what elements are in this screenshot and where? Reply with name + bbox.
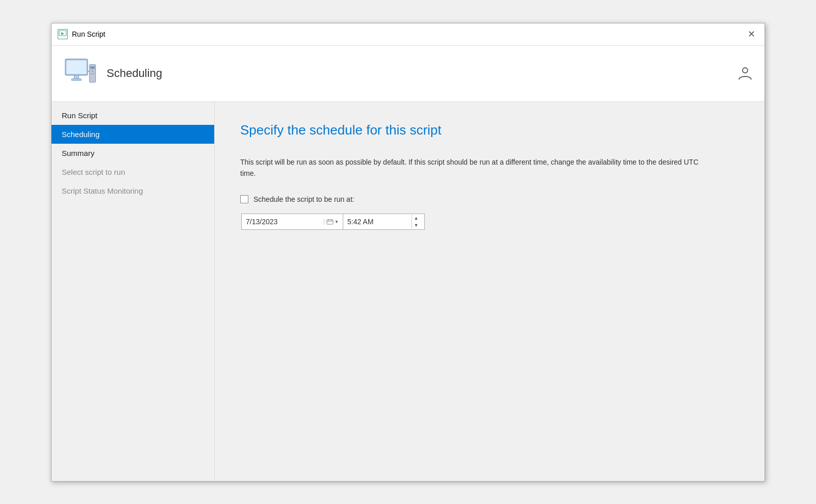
svg-rect-9: [90, 73, 95, 74]
header-title: Scheduling: [107, 67, 162, 80]
sidebar-item-scheduling[interactable]: Scheduling: [52, 125, 214, 144]
description-text: This script will be run as soon as possi…: [240, 156, 699, 179]
sidebar: Run Script Scheduling Summary Select scr…: [52, 102, 215, 481]
svg-rect-4: [74, 75, 79, 79]
date-value: 7/13/2023: [246, 218, 324, 226]
sidebar-item-run-script[interactable]: Run Script: [52, 106, 214, 125]
date-input[interactable]: 7/13/2023 ▼: [241, 214, 343, 230]
close-button[interactable]: ✕: [745, 29, 758, 40]
svg-marker-1: [61, 32, 64, 35]
header-left: Scheduling: [62, 56, 162, 91]
svg-point-8: [92, 70, 94, 72]
computer-icon: [62, 56, 97, 91]
sidebar-item-script-status: Script Status Monitoring: [52, 181, 214, 200]
time-spinner[interactable]: ▲ ▼: [412, 215, 420, 229]
title-bar: Run Script ✕: [52, 23, 764, 46]
main-title: Specify the schedule for this script: [240, 122, 739, 138]
spinner-down-button[interactable]: ▼: [412, 222, 420, 229]
sidebar-item-select-script: Select script to run: [52, 163, 214, 181]
schedule-label[interactable]: Schedule the script to be run at:: [253, 195, 354, 203]
dialog-title: Run Script: [72, 30, 105, 38]
run-script-dialog: Run Script ✕ Scheduling: [51, 23, 765, 482]
schedule-checkbox[interactable]: [240, 195, 248, 203]
svg-rect-5: [71, 79, 81, 81]
run-script-icon: [58, 29, 68, 39]
svg-rect-11: [327, 220, 333, 224]
datetime-row: 7/13/2023 ▼ 5:42 AM ▲: [241, 214, 739, 230]
svg-point-10: [743, 68, 748, 73]
svg-rect-7: [90, 66, 95, 69]
schedule-checkbox-row: Schedule the script to be run at:: [240, 195, 739, 203]
svg-rect-3: [67, 61, 87, 74]
main-content: Specify the schedule for this script Thi…: [215, 102, 764, 481]
help-icon[interactable]: [736, 64, 754, 83]
date-picker-button[interactable]: ▼: [324, 219, 339, 225]
calendar-icon: [326, 219, 334, 225]
spinner-up-button[interactable]: ▲: [412, 215, 420, 222]
dropdown-arrow: ▼: [335, 220, 339, 224]
header-section: Scheduling: [52, 46, 764, 102]
content-area: Run Script Scheduling Summary Select scr…: [52, 102, 764, 481]
title-bar-left: Run Script: [58, 29, 105, 39]
sidebar-item-summary[interactable]: Summary: [52, 144, 214, 163]
time-value: 5:42 AM: [347, 218, 412, 226]
time-input[interactable]: 5:42 AM ▲ ▼: [343, 214, 425, 230]
